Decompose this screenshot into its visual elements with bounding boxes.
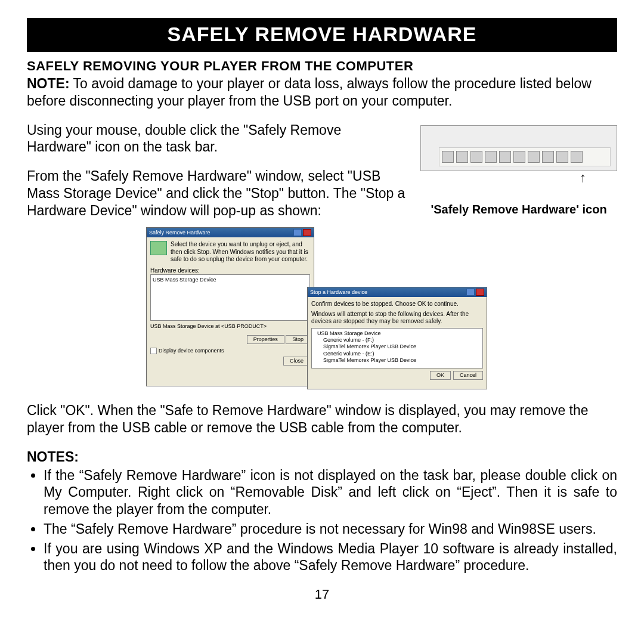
tray-icon	[571, 151, 583, 163]
dialog2-line2: Windows will attempt to stop the followi…	[311, 311, 483, 326]
list-item: If you are using Windows XP and the Wind…	[44, 540, 617, 575]
tray-icon	[470, 151, 482, 163]
cancel-button: Cancel	[453, 371, 483, 380]
dialog1-status: USB Mass Storage Device at <USB PRODUCT>	[150, 323, 310, 330]
dialog2-title: Stop a Hardware device	[310, 289, 367, 296]
tray-icon	[499, 151, 511, 163]
tray-icon	[456, 151, 468, 163]
page-number: 17	[27, 586, 617, 603]
tray-icon	[528, 151, 540, 163]
list-item: SigmaTel Memorex Player USB Device	[314, 343, 481, 350]
list-item: USB Mass Storage Device	[153, 277, 308, 283]
stop-hardware-device-window: Stop a Hardware device Confirm devices t…	[307, 287, 487, 389]
taskbar-caption: 'Safely Remove Hardware' icon	[420, 202, 617, 217]
note-label: NOTE:	[27, 76, 70, 91]
hardware-icon	[150, 241, 167, 255]
device-tree: USB Mass Storage Device Generic volume -…	[311, 328, 483, 369]
stop-button: Stop	[286, 335, 310, 344]
list-item: The “Safely Remove Hardware” procedure i…	[44, 521, 617, 538]
tray-icon	[513, 151, 525, 163]
list-item: USB Mass Storage Device	[314, 330, 481, 337]
system-tray	[439, 147, 611, 166]
dialog1-label: Hardware devices:	[150, 267, 310, 275]
note-text: To avoid damage to your player or data l…	[27, 76, 592, 109]
paragraph-2: From the "Safely Remove Hardware" window…	[27, 168, 405, 219]
note-paragraph: NOTE: To avoid damage to your player or …	[27, 75, 617, 110]
help-icon	[293, 229, 302, 236]
checkbox-icon	[150, 348, 157, 354]
dialog1-title: Safely Remove Hardware	[149, 230, 210, 236]
tray-icon	[485, 151, 497, 163]
safely-remove-hardware-window: Safely Remove Hardware Select the device…	[146, 227, 314, 386]
tray-icon	[442, 151, 454, 163]
page-title-bar: SAFELY REMOVE HARDWARE	[27, 18, 617, 52]
dialog2-line1: Confirm devices to be stopped. Choose OK…	[311, 301, 483, 308]
paragraph-3: Click "OK". When the "Safe to Remove Har…	[27, 402, 617, 436]
list-item: Generic volume - (F:)	[314, 337, 481, 343]
tray-icon	[556, 151, 568, 163]
paragraph-1: Using your mouse, double click the "Safe…	[27, 122, 405, 156]
dialog-screenshots: Safely Remove Hardware Select the device…	[27, 227, 617, 391]
arrow-up-icon: ↑	[420, 171, 617, 184]
display-components-label: Display device components	[159, 348, 224, 354]
list-item: SigmaTel Memorex Player USB Device	[314, 357, 481, 364]
close-icon	[303, 229, 311, 236]
ok-button: OK	[430, 371, 451, 380]
tray-icon	[542, 151, 554, 163]
list-item: If the “Safely Remove Hardware” icon is …	[44, 467, 617, 518]
subheading: SAFELY REMOVING YOUR PLAYER FROM THE COM…	[27, 58, 617, 75]
close-button: Close	[283, 357, 310, 366]
hardware-devices-list: USB Mass Storage Device	[150, 274, 310, 321]
close-icon	[476, 289, 484, 296]
taskbar-screenshot	[420, 125, 617, 171]
list-item: Generic volume - (E:)	[314, 351, 481, 357]
help-icon	[466, 289, 475, 296]
notes-list: If the “Safely Remove Hardware” icon is …	[27, 467, 617, 575]
notes-heading: NOTES:	[27, 448, 617, 466]
dialog1-desc: Select the device you want to unplug or …	[171, 241, 310, 264]
properties-button: Properties	[247, 335, 284, 344]
